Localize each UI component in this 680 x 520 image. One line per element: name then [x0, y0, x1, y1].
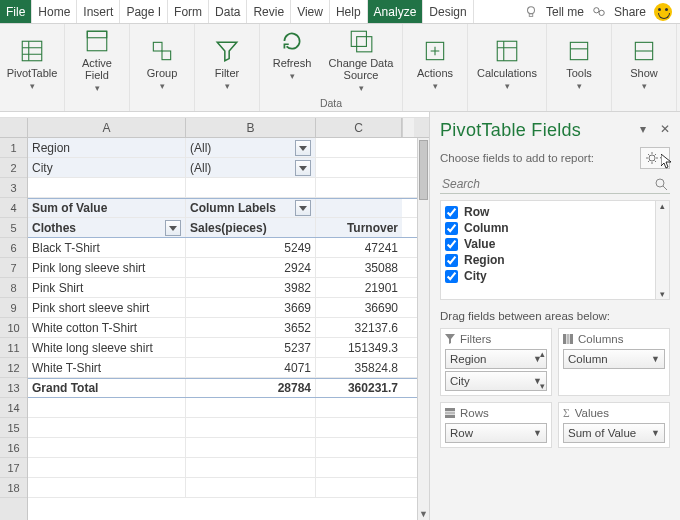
- col-header-A[interactable]: A: [28, 118, 186, 137]
- pane-close-icon[interactable]: ✕: [660, 122, 670, 136]
- cell[interactable]: Clothes: [28, 218, 186, 237]
- field-checkbox-region[interactable]: [445, 254, 458, 267]
- pivottable-button[interactable]: PivotTable ▾: [8, 38, 56, 91]
- chip-column[interactable]: Column▼: [563, 349, 665, 369]
- tab-analyze[interactable]: Analyze: [368, 0, 424, 23]
- tell-me[interactable]: Tell me: [546, 5, 584, 19]
- row-header[interactable]: 5: [0, 218, 27, 238]
- cell[interactable]: [316, 199, 402, 217]
- cell[interactable]: Sum of Value: [28, 199, 186, 217]
- row-header[interactable]: 14: [0, 398, 27, 418]
- scroll-up-icon[interactable]: ▴: [660, 201, 665, 211]
- field-checkbox-value[interactable]: [445, 238, 458, 251]
- tab-file[interactable]: File: [0, 0, 32, 23]
- row-header[interactable]: 10: [0, 318, 27, 338]
- scroll-down-icon[interactable]: ▾: [660, 289, 665, 299]
- row-header[interactable]: 11: [0, 338, 27, 358]
- calculations-button[interactable]: Calculations ▾: [476, 38, 538, 91]
- tab-formulas[interactable]: Form: [168, 0, 209, 23]
- cell[interactable]: 151349.3: [316, 338, 402, 357]
- cell[interactable]: White T-Shirt: [28, 358, 186, 377]
- tab-help[interactable]: Help: [330, 0, 368, 23]
- filter-dropdown-icon[interactable]: [295, 140, 311, 156]
- cell[interactable]: [186, 438, 316, 457]
- cell[interactable]: [316, 138, 402, 157]
- cell[interactable]: City: [28, 158, 186, 177]
- field-search[interactable]: [440, 175, 670, 194]
- cell[interactable]: [186, 398, 316, 417]
- fieldlist-scrollbar[interactable]: ▴▾: [655, 201, 669, 299]
- tab-design[interactable]: Design: [423, 0, 473, 23]
- chip-sum-of-value[interactable]: Sum of Value▼: [563, 423, 665, 443]
- col-header-C[interactable]: C: [316, 118, 402, 137]
- cell[interactable]: [186, 418, 316, 437]
- cell[interactable]: [316, 398, 402, 417]
- tab-home[interactable]: Home: [32, 0, 77, 23]
- tab-data[interactable]: Data: [209, 0, 247, 23]
- tools-button[interactable]: Tools ▾: [555, 38, 603, 91]
- area-columns[interactable]: Columns Column▼: [558, 328, 670, 396]
- tab-view[interactable]: View: [291, 0, 330, 23]
- cell[interactable]: [186, 458, 316, 477]
- row-header[interactable]: 13: [0, 378, 27, 398]
- chip-city[interactable]: City▼: [445, 371, 547, 391]
- row-header[interactable]: 4: [0, 198, 27, 218]
- chevron-up-icon[interactable]: ▴: [540, 349, 545, 359]
- cell[interactable]: [186, 478, 316, 497]
- cell[interactable]: White cotton T-Shirt: [28, 318, 186, 337]
- cell[interactable]: Black T-Shirt: [28, 238, 186, 257]
- scroll-thumb[interactable]: [419, 140, 428, 200]
- active-field-button[interactable]: Active Field ▾: [73, 28, 121, 93]
- cell[interactable]: 47241: [316, 238, 402, 257]
- cell[interactable]: 5249: [186, 238, 316, 257]
- cell[interactable]: [316, 158, 402, 177]
- cell[interactable]: 32137.6: [316, 318, 402, 337]
- cell[interactable]: [316, 418, 402, 437]
- cell[interactable]: 5237: [186, 338, 316, 357]
- cell[interactable]: 28784: [186, 379, 316, 397]
- chip-region[interactable]: Region▼: [445, 349, 547, 369]
- col-header-B[interactable]: B: [186, 118, 316, 137]
- row-header[interactable]: 17: [0, 458, 27, 478]
- cell[interactable]: [28, 178, 186, 197]
- field-checkbox-column[interactable]: [445, 222, 458, 235]
- row-header[interactable]: 16: [0, 438, 27, 458]
- row-header[interactable]: 9: [0, 298, 27, 318]
- cell[interactable]: 3669: [186, 298, 316, 317]
- actions-button[interactable]: Actions ▾: [411, 38, 459, 91]
- cell[interactable]: Turnover: [316, 218, 402, 237]
- row-header[interactable]: 1: [0, 138, 27, 158]
- cell[interactable]: [28, 398, 186, 417]
- pane-dropdown-icon[interactable]: ▾: [640, 122, 646, 136]
- filter-button[interactable]: Filter ▾: [203, 38, 251, 91]
- tab-page-layout[interactable]: Page I: [120, 0, 168, 23]
- refresh-button[interactable]: Refresh ▾: [268, 28, 316, 81]
- cell[interactable]: [316, 178, 402, 197]
- row-header[interactable]: 2: [0, 158, 27, 178]
- row-header[interactable]: 15: [0, 418, 27, 438]
- row-header[interactable]: 7: [0, 258, 27, 278]
- cell[interactable]: Pink long sleeve shirt: [28, 258, 186, 277]
- cells[interactable]: Region (All) City (All) Sum of Value Col…: [28, 138, 417, 520]
- row-header[interactable]: 18: [0, 478, 27, 498]
- pane-tools-button[interactable]: ▾: [640, 147, 670, 169]
- reorder-arrows[interactable]: ▴▾: [535, 349, 549, 391]
- tab-insert[interactable]: Insert: [77, 0, 120, 23]
- show-button[interactable]: Show ▾: [620, 38, 668, 91]
- cell[interactable]: Pink Shirt: [28, 278, 186, 297]
- scroll-down-icon[interactable]: ▼: [418, 508, 429, 520]
- cell[interactable]: [186, 178, 316, 197]
- select-all-corner[interactable]: [0, 118, 28, 137]
- cell[interactable]: White long sleeve shirt: [28, 338, 186, 357]
- cell-grand-total[interactable]: Grand Total: [28, 379, 186, 397]
- cell[interactable]: 360231.7: [316, 379, 402, 397]
- chevron-down-icon[interactable]: ▾: [540, 381, 545, 391]
- tab-review[interactable]: Revie: [247, 0, 291, 23]
- area-filters[interactable]: Filters Region▼ City▼ ▴▾: [440, 328, 552, 396]
- cell[interactable]: Region: [28, 138, 186, 157]
- feedback-smiley-icon[interactable]: [654, 3, 672, 21]
- filter-dropdown-icon[interactable]: [165, 220, 181, 236]
- area-rows[interactable]: Rows Row▼: [440, 402, 552, 448]
- cell[interactable]: [316, 478, 402, 497]
- cell[interactable]: 21901: [316, 278, 402, 297]
